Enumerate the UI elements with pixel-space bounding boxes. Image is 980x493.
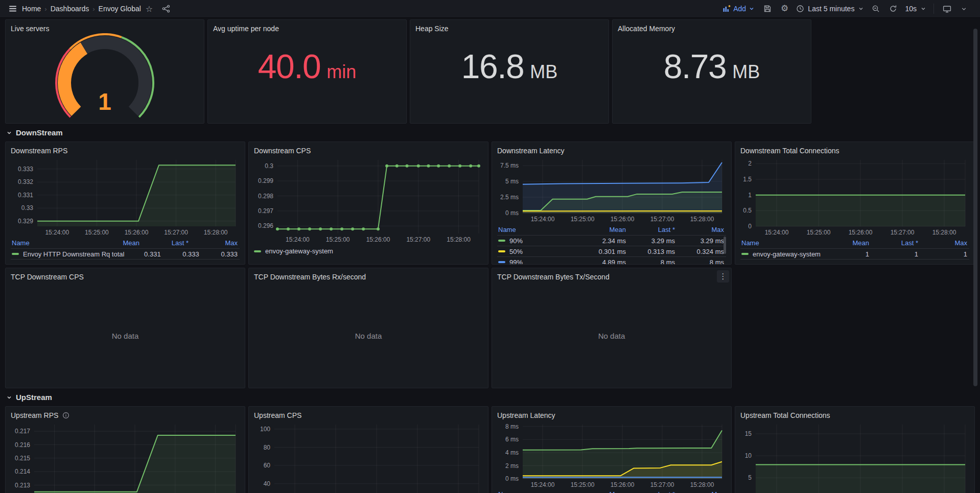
breadcrumb-current[interactable]: Envoy Global: [99, 5, 141, 13]
legend-row[interactable]: 99%4.89 ms8 ms8 ms: [497, 256, 726, 265]
panel-title[interactable]: Upstream CPS: [254, 409, 483, 421]
svg-text:5: 5: [748, 474, 752, 481]
stat-unit: min: [326, 61, 356, 83]
panel-title[interactable]: Upstream Latency: [497, 409, 726, 421]
svg-text:15:27:00: 15:27:00: [650, 216, 674, 223]
svg-text:0.331: 0.331: [18, 192, 33, 199]
section-header-upstream[interactable]: UpStream: [6, 393, 974, 402]
add-panel-icon: [722, 5, 731, 13]
svg-text:15:24:00: 15:24:00: [765, 229, 789, 236]
svg-text:15:25:00: 15:25:00: [326, 236, 350, 243]
breadcrumb-separator: ›: [92, 5, 95, 13]
panel-menu-icon[interactable]: ⋮: [717, 270, 729, 283]
menu-icon[interactable]: [8, 4, 17, 13]
time-series-chart[interactable]: 21.510.5015:24:0015:25:0015:26:0015:27:0…: [740, 157, 969, 238]
dashboard-canvas: Live servers 1 Avg uptime per node 40.0 …: [0, 18, 980, 493]
chart-legend: NameMeanLast *MaxEnvoy HTTP Downstream R…: [11, 238, 240, 260]
time-series-chart[interactable]: 0.3330.3320.3310.330.32915:24:0015:25:00…: [11, 157, 240, 238]
add-panel-button[interactable]: Add: [722, 5, 755, 13]
svg-text:15:24:00: 15:24:00: [531, 481, 555, 488]
panel-live-servers: Live servers 1: [5, 19, 204, 124]
panel-upstream-rps: Upstream RPS 0.2170.2160.2150.2140.21315…: [5, 406, 245, 493]
legend-row[interactable]: envoy-gateway-system111: [740, 248, 969, 260]
chevron-down-icon: [6, 394, 12, 401]
time-range-picker[interactable]: Last 5 minutes: [796, 5, 864, 13]
svg-text:0.5: 0.5: [743, 207, 752, 214]
info-icon[interactable]: [62, 412, 69, 419]
share-icon[interactable]: [162, 5, 170, 13]
favorite-star-icon[interactable]: ☆: [146, 4, 153, 14]
legend-row[interactable]: 90%2.34 ms3.29 ms3.29 ms: [497, 235, 726, 246]
no-data-message: No data: [249, 284, 488, 388]
svg-text:0.297: 0.297: [258, 207, 273, 215]
legend-scrollbar[interactable]: [724, 237, 726, 254]
svg-text:0.214: 0.214: [15, 468, 30, 475]
time-series-chart[interactable]: 0.2170.2160.2150.2140.21315:24:0015:25:0…: [11, 421, 240, 493]
time-series-chart[interactable]: 7.5 ms5 ms2.5 ms0 ms15:24:0015:25:0015:2…: [497, 157, 726, 224]
chevron-down-icon: [858, 6, 864, 12]
time-series-chart[interactable]: 8 ms6 ms4 ms2 ms0 ms15:24:0015:25:0015:2…: [497, 421, 726, 489]
dashboard-settings-icon[interactable]: ⚙: [781, 5, 788, 13]
svg-text:0: 0: [748, 223, 752, 230]
series-color-swatch: [254, 250, 261, 252]
panel-title[interactable]: Downstream RPS: [11, 145, 240, 157]
svg-text:2.5 ms: 2.5 ms: [500, 194, 519, 201]
series-color-swatch: [498, 240, 505, 242]
legend-row[interactable]: 50%0.301 ms0.313 ms0.324 ms: [497, 246, 726, 256]
legend-item[interactable]: envoy-gateway-system: [254, 247, 333, 255]
svg-text:5 ms: 5 ms: [505, 178, 519, 185]
panel-title[interactable]: TCP Downstream Bytes Tx/Second: [497, 271, 726, 283]
time-series-chart[interactable]: 1008060402015:24:0015:25:0015:26:0015:27…: [254, 421, 483, 493]
legend-header: NameMeanLast *Max: [497, 224, 726, 235]
legend-row[interactable]: Envoy HTTP Downstream Rq total0.3310.333…: [11, 248, 240, 260]
svg-text:60: 60: [264, 462, 271, 469]
svg-text:80: 80: [264, 444, 271, 451]
svg-text:15:27:00: 15:27:00: [891, 229, 915, 236]
page-scrollbar[interactable]: [973, 29, 977, 386]
svg-text:0.33: 0.33: [21, 204, 34, 212]
save-dashboard-icon[interactable]: [763, 5, 772, 13]
svg-text:15:27:00: 15:27:00: [164, 229, 188, 236]
svg-text:2 ms: 2 ms: [505, 462, 519, 469]
zoom-out-time-icon[interactable]: [872, 5, 880, 13]
svg-text:15:28:00: 15:28:00: [447, 236, 471, 243]
time-series-chart[interactable]: 1510515:24:0015:25:0015:26:0015:27:0015:…: [740, 421, 969, 493]
legend-header: NameMeanLast *Max: [11, 238, 240, 248]
svg-text:0.215: 0.215: [15, 455, 30, 462]
gauge-chart[interactable]: 1: [6, 33, 204, 121]
series-color-swatch: [498, 261, 505, 263]
svg-text:15:28:00: 15:28:00: [690, 481, 714, 488]
panel-downstream-rps: Downstream RPS 0.3330.3320.3310.330.3291…: [5, 142, 245, 265]
panel-title[interactable]: Downstream Total Connections: [740, 145, 969, 157]
refresh-interval-picker[interactable]: 10s: [905, 5, 926, 13]
panel-title[interactable]: Upstream Total Connections: [740, 409, 969, 421]
breadcrumb-home[interactable]: Home: [22, 5, 41, 13]
refresh-icon[interactable]: [889, 5, 897, 13]
panel-title[interactable]: Downstream CPS: [254, 145, 483, 157]
time-series-chart[interactable]: 0.30.2990.2980.2970.29615:24:0015:25:001…: [254, 157, 483, 245]
panel-downstream-total-connections: Downstream Total Connections 21.510.5015…: [735, 142, 975, 265]
panel-tcp-downstream-bytes-tx: TCP Downstream Bytes Tx/Second ⋮ No data: [492, 268, 732, 388]
panel-title[interactable]: Downstream Latency: [497, 145, 726, 157]
svg-text:15:25:00: 15:25:00: [571, 216, 595, 223]
stat-value-group: 16.8 MB: [410, 20, 609, 123]
svg-text:0.296: 0.296: [258, 222, 273, 229]
svg-text:15:26:00: 15:26:00: [611, 481, 635, 488]
chart-legend: NameMeanLast *Max: [497, 489, 726, 493]
svg-text:10: 10: [745, 452, 752, 459]
stat-value-group: 8.73 MB: [613, 20, 811, 123]
svg-text:15:25:00: 15:25:00: [85, 229, 109, 236]
panel-tcp-downstream-cps: TCP Downstream CPS No data: [5, 268, 245, 388]
svg-text:15:26:00: 15:26:00: [849, 229, 873, 236]
breadcrumb-dashboards[interactable]: Dashboards: [51, 5, 89, 13]
panel-title[interactable]: Upstream RPS: [11, 409, 240, 421]
svg-text:15:25:00: 15:25:00: [807, 229, 831, 236]
section-header-downstream[interactable]: DownStream: [6, 128, 974, 137]
chevron-down-icon[interactable]: [961, 6, 967, 12]
tv-mode-icon[interactable]: [943, 5, 951, 13]
svg-text:15:27:00: 15:27:00: [650, 481, 674, 488]
svg-text:15:28:00: 15:28:00: [932, 229, 956, 236]
panel-title[interactable]: TCP Downstream Bytes Rx/second: [254, 271, 483, 283]
panel-title[interactable]: TCP Downstream CPS: [11, 271, 240, 283]
panel-downstream-latency: Downstream Latency 7.5 ms5 ms2.5 ms0 ms1…: [492, 142, 732, 265]
